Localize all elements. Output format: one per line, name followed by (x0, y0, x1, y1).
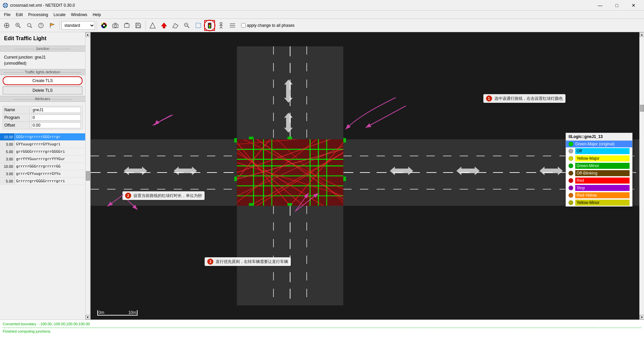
menu-locate[interactable]: Locate (51, 12, 68, 18)
attr-key-program: Program (3, 114, 30, 122)
toolbar-arrow-btn[interactable] (159, 20, 169, 31)
close-button[interactable]: ✕ (626, 1, 641, 10)
toolbar-node-btn[interactable] (147, 20, 158, 31)
phase-row-1[interactable]: 3.00 GYYuuugrrrrrGYYuugri (0, 141, 85, 148)
scale-bar: 0m 10m (97, 310, 138, 316)
mode-select[interactable]: standard (61, 21, 95, 30)
dot-green-minor (569, 163, 573, 168)
toolbar-erase-btn[interactable] (170, 20, 181, 31)
dot-off-blinking (569, 171, 573, 176)
main-area: Edit Traffic Light ▲ ▼ Junction Current … (0, 32, 644, 320)
tl-option-green-minor[interactable]: Green-Minor (566, 162, 632, 169)
dot-red (569, 178, 573, 183)
panel-scrollbar[interactable]: ▲ ▼ (85, 32, 90, 320)
tl-logic-title: tlLogic::gneJ1_13 (566, 133, 632, 141)
scroll-down-btn[interactable]: ▼ (86, 315, 90, 320)
toolbar-pointer-btn[interactable] (24, 20, 35, 31)
tl-option-red[interactable]: Red (566, 177, 632, 184)
svg-point-12 (28, 23, 31, 27)
toolbar-camera-btn[interactable] (110, 20, 121, 31)
tl-option-yellow-major[interactable]: Yellow-Major (566, 155, 632, 162)
svg-marker-17 (50, 23, 54, 26)
attr-key-name: Name (3, 106, 30, 114)
log-area: Converted boundary : -100.00,-100.00,100… (0, 320, 644, 341)
log-line-1: Converted boundary : -100.00,-100.00,100… (3, 321, 641, 327)
scroll-up-btn[interactable]: ▲ (86, 32, 90, 37)
annotation-1-text: 选中该通行路线，右击设置红绿灯颜色 (494, 96, 563, 101)
attr-val-program (30, 114, 83, 122)
apply-all-phases-label: apply change to all phases (247, 23, 294, 28)
phase-duration-0: 10.00 (0, 133, 15, 140)
menubar: File Edit Processing Locate Windows Help (0, 11, 644, 19)
delete-tls-button[interactable]: Delete TLS (3, 86, 83, 94)
menu-file[interactable]: File (1, 12, 13, 18)
svg-line-13 (31, 26, 32, 28)
menu-processing[interactable]: Processing (25, 12, 51, 18)
main-scroll-down[interactable]: ▼ (640, 315, 644, 320)
scale-left: 0m (99, 310, 104, 315)
attr-input-name[interactable] (31, 107, 81, 113)
svg-line-29 (174, 25, 177, 26)
create-tls-button[interactable]: Create TLS (3, 76, 83, 85)
tls-section-header: Traffic lights definition (0, 69, 85, 75)
label-yellow-major: Yellow-Major (577, 156, 599, 161)
toolbar-color-btn[interactable] (99, 20, 109, 31)
current-junction-label: Current junction: gneJ1 (3, 54, 83, 60)
toolbar-load-btn[interactable] (121, 20, 132, 31)
attr-input-offset[interactable] (31, 122, 81, 128)
tl-option-stop[interactable]: Stop (566, 184, 632, 192)
phase-row-6[interactable]: 5.00 GrrrrrgrrGGGGrrrrrgrri (0, 178, 85, 185)
toolbar-select-btn[interactable] (193, 20, 204, 31)
svg-text:?: ? (40, 23, 42, 27)
svg-rect-23 (124, 24, 129, 27)
toolbar-zoom2-btn[interactable] (181, 20, 192, 31)
apply-all-phases-checkbox[interactable] (241, 23, 246, 27)
panel-title: Edit Traffic Light (0, 32, 90, 44)
tl-option-yellow-minor[interactable]: Yellow-Minor (566, 199, 632, 206)
tl-option-off-blinking[interactable]: Off-Blinking (566, 169, 632, 177)
toolbar-crosshair-btn[interactable] (1, 20, 12, 31)
svg-line-9 (19, 26, 20, 28)
annotation-2-text: 设置当前路线的红绿灯时长，单位为秒 (133, 193, 202, 198)
tl-option-green-major[interactable]: Green-Major (original) (566, 141, 632, 147)
annotation-1: 1 选中该通行路线，右击设置红绿灯颜色 (483, 94, 566, 103)
toolbar-zoom-btn[interactable] (13, 20, 23, 31)
toolbar-tls-btn[interactable] (204, 20, 215, 31)
toolbar-person-btn[interactable] (216, 20, 226, 31)
menu-edit[interactable]: Edit (13, 12, 25, 18)
titlebar-controls: — □ ✕ (592, 1, 641, 10)
tl-option-red-yellow[interactable]: Red-Yellow (566, 192, 632, 199)
menu-help[interactable]: Help (90, 12, 104, 18)
phase-row-5[interactable]: 3.00 grrrrGYYuugrrrrrGYYu (0, 170, 85, 178)
tl-option-off[interactable]: Off (566, 147, 632, 155)
dot-yellow-major (569, 156, 573, 161)
toolbar-save-btn[interactable] (133, 20, 144, 31)
main-scroll-up[interactable]: ▲ (640, 32, 644, 37)
bar-yellow-major: Yellow-Major (575, 155, 630, 161)
maximize-button[interactable]: □ (609, 1, 625, 10)
canvas-area[interactable]: 0m 10m 1 选中该通行路线，右击设置红绿灯颜色 (91, 32, 639, 320)
phase-duration-2: 5.00 (0, 148, 15, 155)
phase-row-0[interactable]: 10.00 GGGrrrgrrrrrGGGrrrgr (0, 133, 85, 141)
toolbar-flag-btn[interactable] (47, 20, 58, 31)
phase-code-4: grrrrrGGGrrrgrrrrrGG (15, 164, 60, 168)
phase-row-2[interactable]: 5.00 grrGGGGrrrrrrgrrGGGGri (0, 148, 85, 155)
phase-duration-4: 10.00 (0, 163, 15, 170)
toolbar-help-btn[interactable]: ? (36, 20, 46, 31)
label-red: Red (577, 178, 584, 183)
phase-row-4[interactable]: 10.00 grrrrrGGGrrrgrrrrrGG (0, 163, 85, 170)
scroll-thumb[interactable] (86, 171, 90, 181)
svg-point-35 (209, 23, 211, 25)
main-scrollbar[interactable]: ▲ ▼ (639, 32, 644, 320)
svg-line-41 (220, 27, 221, 28)
menu-windows[interactable]: Windows (68, 12, 90, 18)
titlebar-left: crossroad.net.xml - NETEDIT 0.30.0 (3, 3, 75, 8)
phase-duration-3: 3.00 (0, 155, 15, 162)
minimize-button[interactable]: — (592, 1, 608, 10)
attr-input-program[interactable] (31, 115, 81, 121)
main-scroll-thumb[interactable] (640, 105, 644, 112)
attr-row-offset: Offset (3, 122, 83, 129)
toolbar-phases-btn[interactable] (227, 20, 238, 31)
junction-content: Current junction: gneJ1 (unmodified) (0, 53, 85, 68)
phase-row-3[interactable]: 3.00 grrYYYGuurrrrgrrYYYGur (0, 155, 85, 163)
